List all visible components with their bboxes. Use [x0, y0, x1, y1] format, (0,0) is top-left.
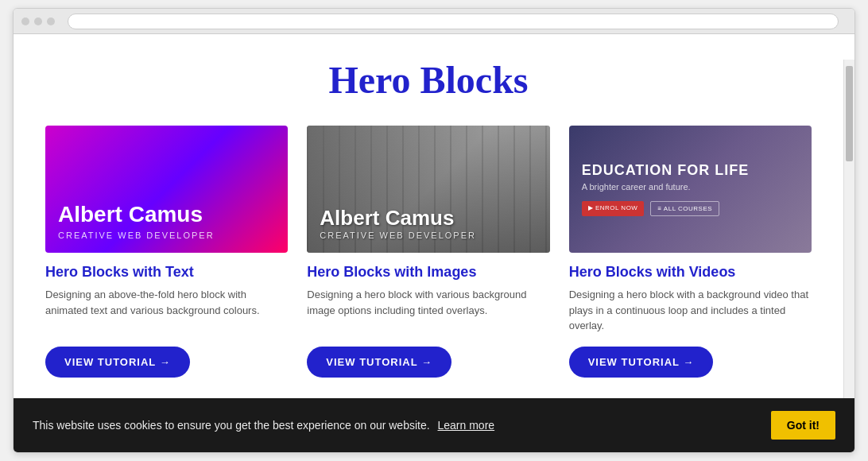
browser-dot-yellow: [34, 17, 42, 25]
page-title: Hero Blocks: [45, 58, 812, 102]
thumbnail-name-2: Albert Camus: [320, 206, 476, 230]
browser-dot-green: [47, 17, 55, 25]
scrollbar-thumb[interactable]: [846, 66, 853, 161]
cookie-message: This website uses cookies to ensure you …: [33, 419, 761, 432]
scrollbar-track[interactable]: [843, 60, 854, 452]
view-tutorial-button-3[interactable]: VIEW TUTORIAL →: [569, 347, 714, 378]
cookie-accept-button[interactable]: Got it!: [771, 411, 835, 440]
cookie-banner: This website uses cookies to ensure you …: [14, 398, 854, 452]
card-images: Albert Camus Creative Web Developer Hero…: [307, 126, 549, 378]
cards-grid: Albert Camus Creative Web Developer Hero…: [45, 126, 812, 378]
card-title-3: Hero Blocks with Videos: [569, 264, 812, 281]
card-desc-3: Designing a hero block with a background…: [569, 287, 812, 334]
edu-title: EDUCATION FOR LIFE: [582, 162, 799, 179]
thumbnail-name-1: Albert Camus: [58, 203, 275, 227]
view-tutorial-button-1[interactable]: VIEW TUTORIAL →: [45, 347, 190, 378]
edu-enrol-btn: ▶ ENROL NOW: [582, 201, 645, 216]
edu-courses-btn: ≡ ALL COURSES: [650, 201, 719, 216]
card-desc-2: Designing a hero block with various back…: [307, 287, 549, 334]
card-thumbnail-videos: EDUCATION FOR LIFE A brighter career and…: [569, 126, 812, 253]
browser-window: Hero Blocks Albert Camus Creative Web De…: [13, 8, 855, 453]
card-videos: EDUCATION FOR LIFE A brighter career and…: [569, 126, 812, 378]
thumbnail-subtitle-1: Creative Web Developer: [58, 230, 275, 240]
address-bar[interactable]: [68, 14, 839, 29]
card-text: Albert Camus Creative Web Developer Hero…: [45, 126, 288, 378]
edu-subtitle: A brighter career and future.: [582, 182, 799, 192]
card-title-1: Hero Blocks with Text: [45, 264, 288, 281]
card-desc-1: Designing an above-the-fold hero block w…: [45, 287, 288, 334]
thumbnail-subtitle-2: Creative Web Developer: [320, 230, 476, 240]
card-thumbnail-images: Albert Camus Creative Web Developer: [307, 126, 549, 253]
edu-buttons: ▶ ENROL NOW ≡ ALL COURSES: [582, 201, 799, 216]
page-content: Hero Blocks Albert Camus Creative Web De…: [14, 34, 854, 409]
card-title-2: Hero Blocks with Images: [307, 264, 549, 281]
browser-chrome: [14, 9, 854, 34]
cookie-message-text: This website uses cookies to ensure you …: [33, 419, 430, 432]
card-thumbnail-text: Albert Camus Creative Web Developer: [45, 126, 288, 253]
browser-dot-red: [21, 17, 29, 25]
view-tutorial-button-2[interactable]: VIEW TUTORIAL →: [307, 347, 451, 378]
cookie-learn-more[interactable]: Learn more: [438, 419, 495, 432]
